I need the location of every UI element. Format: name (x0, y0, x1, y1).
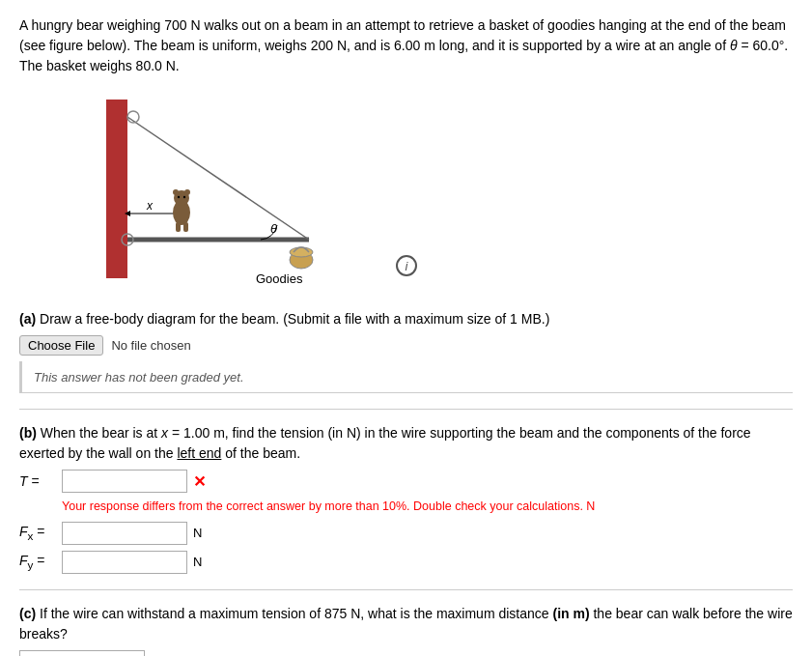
Fx-input[interactable] (62, 522, 187, 545)
part-b-letter: (b) (19, 425, 37, 441)
part-a-label: (a) Draw a free-body diagram for the bea… (19, 309, 793, 329)
svg-point-14 (183, 196, 185, 198)
beam-diagram: x θ (77, 90, 357, 293)
svg-point-10 (184, 189, 190, 195)
no-file-text: No file chosen (111, 338, 190, 353)
part-c-letter: (c) (19, 606, 36, 621)
svg-rect-0 (106, 100, 127, 278)
not-graded-text: This answer has not been graded yet. (34, 370, 244, 385)
part-c-input-row: m (19, 650, 793, 657)
part-c-label: (c) If the wire can withstand a maximum … (19, 604, 793, 644)
part-a: (a) Draw a free-body diagram for the bea… (19, 309, 793, 393)
part-c: (c) If the wire can withstand a maximum … (19, 604, 793, 657)
part-b-text: When the bear is at x = 1.00 m, find the… (19, 425, 751, 461)
Fy-input[interactable] (62, 551, 187, 574)
Fx-unit: N (193, 526, 202, 540)
part-c-text: If the wire can withstand a maximum tens… (19, 606, 793, 642)
info-icon[interactable]: i (396, 255, 417, 276)
svg-text:Goodies: Goodies (256, 271, 303, 286)
T-label: T = (19, 473, 56, 489)
figure-area: x θ (19, 90, 793, 296)
Fx-label: Fx = (19, 524, 56, 542)
svg-point-9 (173, 189, 179, 195)
file-input-row: Choose File No file chosen (19, 335, 793, 356)
divider-ab (19, 409, 793, 410)
Fy-label: Fy = (19, 553, 56, 571)
svg-point-13 (178, 196, 180, 198)
Fy-input-row: Fy = N (19, 551, 793, 574)
error-x-icon: ✕ (193, 472, 206, 491)
svg-line-2 (127, 117, 309, 240)
part-a-text: Draw a free-body diagram for the beam. (… (40, 311, 549, 327)
part-a-letter: (a) (19, 311, 36, 327)
part-b: (b) When the bear is at x = 1.00 m, find… (19, 423, 793, 574)
svg-rect-11 (176, 222, 181, 232)
part-b-label: (b) When the bear is at x = 1.00 m, find… (19, 423, 793, 464)
T-input-row: T = ✕ (19, 470, 793, 493)
divider-bc (19, 589, 793, 590)
problem-intro: A hungry bear weighing 700 N walks out o… (19, 15, 792, 76)
svg-point-17 (290, 247, 313, 257)
part-a-answer-box: This answer has not been graded yet. (19, 361, 793, 393)
Fy-unit: N (193, 555, 202, 569)
Fx-input-row: Fx = N (19, 522, 793, 545)
part-c-input[interactable] (19, 650, 145, 657)
error-message: Your response differs from the correct a… (62, 499, 793, 516)
svg-rect-12 (183, 222, 188, 232)
svg-text:x: x (146, 199, 154, 213)
choose-file-button[interactable]: Choose File (19, 335, 103, 356)
T-input[interactable] (62, 470, 187, 493)
